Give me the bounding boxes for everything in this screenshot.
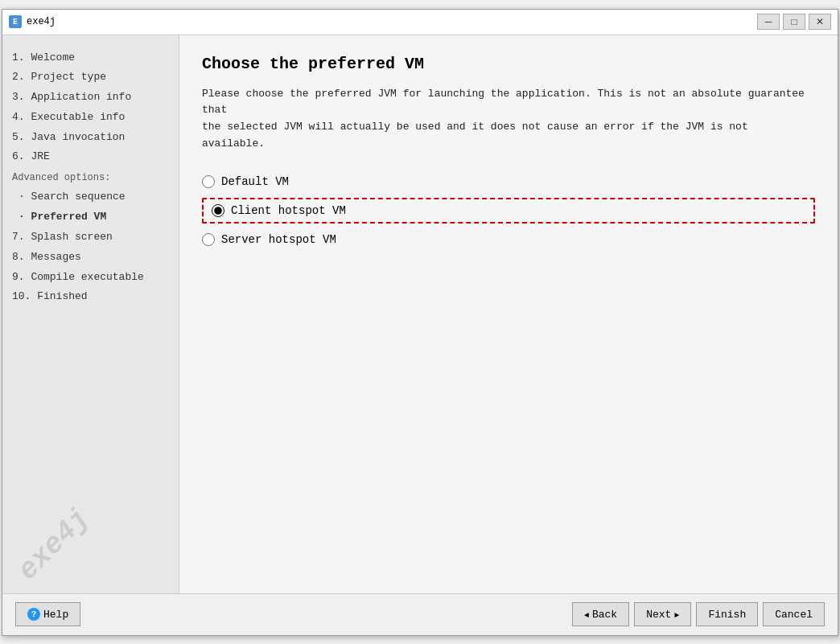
vm-radio-group: Default VM Client hotspot VM Server hots… — [202, 175, 815, 246]
next-button[interactable]: Next — [634, 602, 691, 626]
radio-label-server-hotspot: Server hotspot VM — [221, 233, 336, 246]
next-arrow-icon — [674, 609, 679, 621]
main-content: 1. Welcome 2. Project type 3. Applicatio… — [2, 35, 838, 593]
cancel-button[interactable]: Cancel — [763, 602, 825, 626]
sidebar-item-exec-info[interactable]: 4. Executable info — [9, 108, 172, 128]
maximize-button[interactable]: □ — [783, 14, 805, 30]
radio-label-default-vm: Default VM — [221, 175, 289, 188]
radio-input-server-hotspot[interactable] — [202, 233, 215, 246]
main-window: E exe4j ─ □ ✕ 1. Welcome 2. Project type… — [2, 9, 838, 636]
sidebar-item-project-type[interactable]: 2. Project type — [9, 68, 172, 88]
finish-button[interactable]: Finish — [696, 602, 758, 626]
radio-input-default-vm[interactable] — [202, 175, 215, 188]
close-button[interactable]: ✕ — [809, 14, 831, 30]
title-bar: E exe4j ─ □ ✕ — [2, 10, 838, 35]
help-label: Help — [43, 609, 68, 621]
back-arrow-icon — [584, 609, 589, 621]
description-line1: Please choose the preferred JVM for laun… — [202, 88, 805, 117]
footer: ? Help Back Next Finish Cancel — [2, 593, 838, 635]
radio-default-vm[interactable]: Default VM — [202, 175, 815, 188]
title-bar-left: E exe4j — [9, 15, 56, 28]
sidebar-item-compile[interactable]: 9. Compile executable — [9, 268, 172, 288]
sidebar-advanced-label: Advanced options: — [9, 169, 172, 187]
footer-right: Back Next Finish Cancel — [572, 602, 825, 626]
next-label: Next — [646, 609, 671, 621]
app-icon: E — [9, 15, 22, 28]
footer-left: ? Help — [15, 602, 80, 626]
help-button[interactable]: ? Help — [15, 602, 80, 626]
sidebar-item-splash[interactable]: 7. Splash screen — [9, 228, 172, 248]
minimize-button[interactable]: ─ — [757, 14, 780, 30]
sidebar-item-messages[interactable]: 8. Messages — [9, 248, 172, 268]
page-title: Choose the preferred VM — [202, 55, 815, 73]
description: Please choose the preferred JVM for laun… — [202, 86, 815, 153]
title-bar-controls: ─ □ ✕ — [757, 14, 831, 30]
sidebar-item-preferred-vm[interactable]: · Preferred VM — [9, 207, 172, 228]
sidebar-item-finished[interactable]: 10. Finished — [9, 287, 172, 307]
back-button[interactable]: Back — [572, 602, 629, 626]
help-icon: ? — [27, 608, 40, 621]
radio-server-hotspot[interactable]: Server hotspot VM — [202, 233, 815, 246]
description-line2: the selected JVM will actually be used a… — [202, 121, 748, 150]
radio-input-client-hotspot[interactable] — [212, 204, 224, 217]
content-area: Choose the preferred VM Please choose th… — [179, 35, 838, 593]
window-title: exe4j — [27, 16, 56, 27]
radio-label-client-hotspot: Client hotspot VM — [231, 204, 346, 217]
sidebar-item-app-info[interactable]: 3. Application info — [9, 88, 172, 108]
sidebar-item-jre[interactable]: 6. JRE — [9, 147, 172, 167]
sidebar: 1. Welcome 2. Project type 3. Applicatio… — [2, 35, 179, 593]
back-label: Back — [592, 609, 617, 621]
watermark: exe4j — [11, 502, 96, 586]
sidebar-item-java-invoc[interactable]: 5. Java invocation — [9, 128, 172, 148]
radio-client-hotspot[interactable]: Client hotspot VM — [202, 198, 815, 224]
sidebar-item-welcome[interactable]: 1. Welcome — [9, 48, 172, 68]
sidebar-item-search-seq[interactable]: · Search sequence — [9, 187, 172, 207]
